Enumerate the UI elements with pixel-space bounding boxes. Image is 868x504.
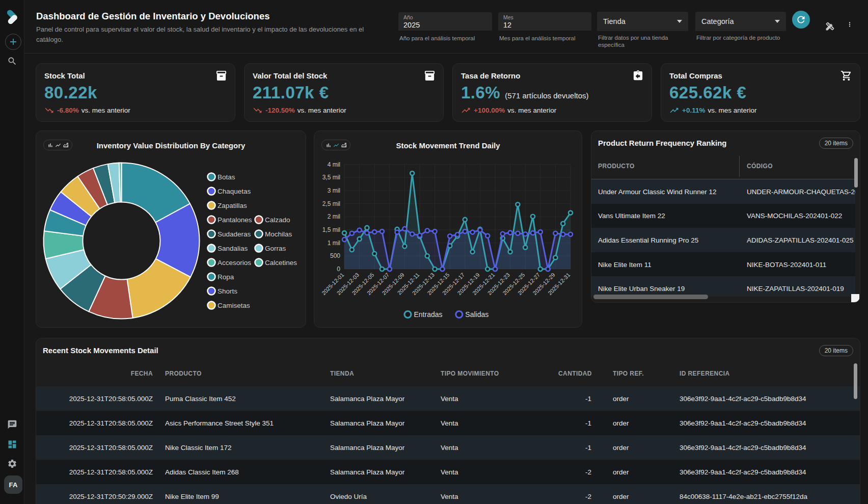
legend-item[interactable]: Entradas	[404, 310, 443, 319]
movements-col-tipo-ref[interactable]: TIPO REF.	[613, 370, 680, 377]
edit-dashboard-button[interactable]	[825, 21, 835, 32]
movements-col-fecha[interactable]: FECHA	[36, 370, 153, 377]
horizontal-scrollbar[interactable]	[593, 295, 708, 299]
table-row[interactable]: 2025-12-31T20:58:05.000ZPuma Classic Ite…	[36, 386, 860, 411]
data-point[interactable]	[553, 231, 557, 235]
legend-item[interactable]: Accesorios	[208, 259, 252, 267]
legend-item[interactable]: Botas	[208, 173, 235, 181]
legend-item[interactable]: Gorras	[255, 245, 286, 253]
data-point[interactable]	[433, 229, 437, 233]
data-point[interactable]	[538, 267, 542, 271]
data-point[interactable]	[358, 237, 362, 241]
movements-col-producto[interactable]: PRODUCTO	[165, 370, 330, 377]
legend-item[interactable]: Camisetas	[208, 302, 251, 310]
data-point[interactable]	[471, 230, 475, 234]
data-point[interactable]	[410, 171, 414, 175]
legend-item[interactable]: Zapatillas	[208, 202, 248, 210]
movements-col-cantidad[interactable]: CANTIDAD	[558, 370, 591, 377]
table-row[interactable]: 2025-12-31T20:58:05.000ZNike Classic Ite…	[36, 435, 860, 460]
search-icon[interactable]	[7, 56, 17, 66]
data-point[interactable]	[493, 267, 497, 271]
table-row[interactable]: Nike Elite Item 11NIKE-BOTAS-202401-011	[591, 252, 855, 277]
data-point[interactable]	[463, 218, 467, 222]
data-point[interactable]	[516, 231, 520, 235]
ranking-col-codigo[interactable]: CÓDIGO	[747, 163, 773, 170]
legend-item[interactable]: Chaquetas	[208, 188, 251, 196]
data-point[interactable]	[342, 237, 346, 242]
data-point[interactable]	[425, 229, 429, 233]
data-point[interactable]	[425, 254, 429, 258]
legend-item[interactable]: Shorts	[208, 287, 238, 296]
legend-item[interactable]: Calcetines	[255, 259, 297, 267]
data-point[interactable]	[561, 232, 565, 236]
legend-item[interactable]: Sandalias	[208, 245, 248, 253]
legend-item[interactable]: Calzado	[255, 216, 290, 224]
donut-chart[interactable]: BotasChaquetasZapatillasPantalonesSudade…	[36, 131, 307, 328]
category-select[interactable]: Categoría	[695, 12, 786, 31]
data-point[interactable]	[402, 227, 406, 231]
legend-item[interactable]: Sudaderas	[208, 230, 251, 238]
vertical-scrollbar[interactable]	[854, 158, 858, 188]
data-point[interactable]	[395, 230, 399, 234]
data-point[interactable]	[463, 229, 467, 233]
data-point[interactable]	[538, 230, 542, 234]
data-point[interactable]	[358, 228, 362, 232]
table-row[interactable]: Nike Elite Urban Sneaker 19NIKE-ZAPATILL…	[591, 276, 855, 297]
table-row[interactable]: 2025-12-31T20:50:29.000ZNike Elite Item …	[36, 484, 860, 504]
data-point[interactable]	[508, 250, 512, 254]
data-point[interactable]	[342, 231, 346, 235]
table-row[interactable]: Under Armour Classic Wind Runner 12UNDER…	[591, 179, 855, 204]
data-point[interactable]	[455, 232, 459, 236]
data-point[interactable]	[380, 229, 384, 233]
data-point[interactable]	[508, 231, 512, 235]
year-input[interactable]: Año 2025	[398, 12, 492, 31]
legend-item[interactable]: Ropa	[208, 273, 234, 281]
chat-icon[interactable]	[7, 419, 17, 430]
data-point[interactable]	[365, 226, 369, 230]
data-point[interactable]	[402, 244, 406, 248]
data-point[interactable]	[433, 267, 437, 271]
data-point[interactable]	[561, 222, 565, 226]
data-point[interactable]	[471, 250, 475, 254]
refresh-button[interactable]	[792, 11, 810, 29]
more-options-button[interactable]	[846, 21, 853, 32]
line-chart[interactable]: 05001 mil1,5 mil2 mil2,5 mil3 mil3,5 mil…	[314, 131, 583, 328]
legend-item[interactable]: Salidas	[456, 310, 489, 319]
table-row[interactable]: Vans Ultimate Item 22VANS-MOCHILAS-20240…	[591, 204, 855, 228]
data-point[interactable]	[531, 231, 535, 235]
table-row[interactable]: Adidas Essential Running Pro 25ADIDAS-ZA…	[591, 228, 855, 252]
data-point[interactable]	[418, 233, 422, 237]
data-point[interactable]	[440, 267, 444, 271]
movements-col-tienda[interactable]: TIENDA	[330, 370, 441, 377]
data-point[interactable]	[448, 234, 452, 238]
legend-item[interactable]: Pantalones	[208, 216, 252, 224]
data-point[interactable]	[365, 231, 369, 235]
data-point[interactable]	[568, 211, 573, 215]
dashboard-icon[interactable]	[7, 439, 17, 449]
data-point[interactable]	[410, 232, 414, 236]
data-point[interactable]	[546, 267, 550, 271]
month-input[interactable]: Mes 12	[498, 12, 591, 31]
data-point[interactable]	[523, 232, 527, 236]
data-point[interactable]	[485, 234, 490, 238]
table-row[interactable]: 2025-12-31T20:58:05.000ZAsics Performanc…	[36, 411, 860, 435]
data-point[interactable]	[531, 215, 535, 219]
data-point[interactable]	[553, 255, 557, 259]
legend-item[interactable]: Mochilas	[255, 230, 292, 238]
data-point[interactable]	[523, 245, 527, 249]
data-point[interactable]	[516, 202, 520, 206]
add-button[interactable]	[5, 34, 21, 50]
data-point[interactable]	[501, 232, 505, 236]
settings-gear-icon[interactable]	[7, 459, 17, 469]
data-point[interactable]	[350, 248, 354, 252]
movements-col-tipo-movimiento[interactable]: TIPO MOVIMIENTO	[441, 370, 558, 377]
movements-col-id-referencia[interactable]: ID REFERENCIA	[680, 370, 860, 377]
data-point[interactable]	[350, 231, 354, 235]
data-point[interactable]	[388, 267, 392, 271]
avatar[interactable]: FA	[4, 475, 22, 494]
data-point[interactable]	[380, 267, 384, 271]
data-point[interactable]	[372, 230, 376, 234]
data-point[interactable]	[372, 252, 376, 256]
store-select[interactable]: Tienda	[597, 12, 688, 31]
ranking-col-producto[interactable]: PRODUCTO	[598, 163, 635, 170]
